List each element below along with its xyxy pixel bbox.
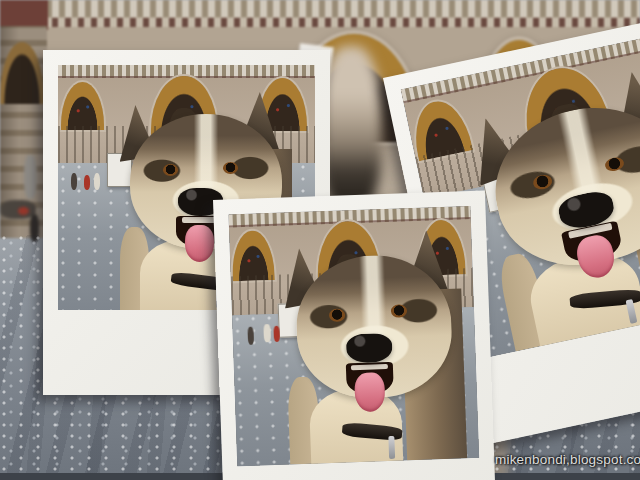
dog-malamute <box>283 229 468 464</box>
photo-dog-in-square <box>229 206 480 466</box>
polaroid-front-center <box>213 191 497 480</box>
dog-collar-tag <box>388 436 395 459</box>
dog-left-eye <box>163 164 178 176</box>
red-bag <box>18 207 29 215</box>
pedestrian <box>247 327 254 345</box>
pedestrian <box>264 324 271 342</box>
dog-right-eye <box>391 304 407 317</box>
pedestrian <box>84 175 90 190</box>
dog-right-eye <box>223 162 238 174</box>
dog-teeth <box>182 217 218 223</box>
mosaic-arch <box>232 230 275 281</box>
pedestrian <box>94 173 100 190</box>
photo-collage: mikenbondi,blogspot.com <box>0 0 640 480</box>
pedestrian <box>274 326 281 341</box>
mosaic-arch <box>61 82 105 130</box>
pedestrian <box>71 173 77 190</box>
pedestrian <box>24 155 37 199</box>
dentil-band <box>0 18 640 27</box>
watermark-url: mikenbondi,blogspot.com <box>495 452 640 467</box>
balustrade <box>0 0 640 17</box>
dog-head <box>481 91 640 281</box>
